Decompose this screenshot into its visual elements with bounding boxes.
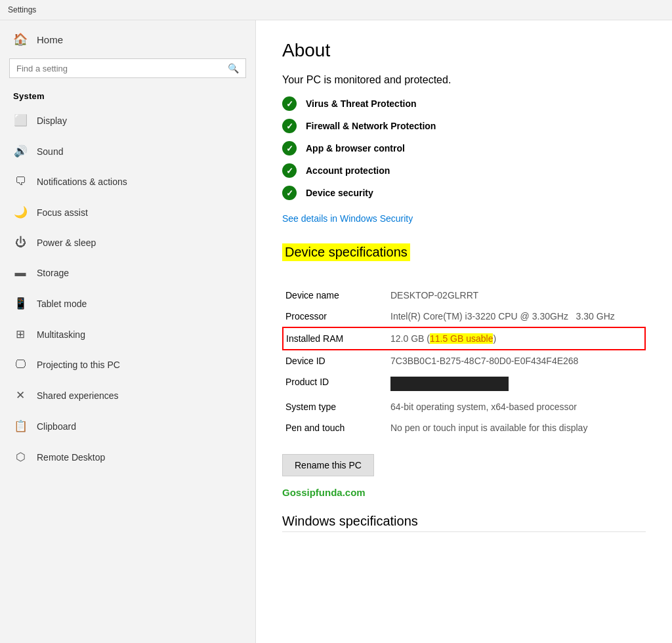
page-title: About: [282, 40, 646, 61]
sidebar-item-clipboard[interactable]: 📋 Clipboard: [0, 411, 255, 442]
shared-icon: ✕: [13, 388, 28, 402]
sidebar-home-label: Home: [37, 34, 63, 45]
search-icon: 🔍: [228, 63, 239, 73]
table-row: Pen and touch No pen or touch input is a…: [283, 417, 645, 438]
sidebar-item-label: Remote Desktop: [37, 452, 105, 463]
list-item: Device security: [282, 186, 646, 200]
list-item: Firewall & Network Protection: [282, 119, 646, 133]
sidebar-item-remote[interactable]: ⬡ Remote Desktop: [0, 442, 255, 472]
protection-item-label: Virus & Threat Protection: [306, 98, 417, 109]
focus-icon: 🌙: [13, 205, 28, 219]
protection-list: Virus & Threat Protection Firewall & Net…: [282, 96, 646, 200]
check-icon: [282, 119, 297, 133]
spec-label: Product ID: [283, 371, 388, 396]
sidebar-item-label: Focus assist: [37, 207, 88, 218]
protection-item-label: Device security: [306, 188, 373, 198]
sidebar-item-notifications[interactable]: 🗨 Notifications & actions: [0, 167, 255, 197]
sidebar-item-shared[interactable]: ✕ Shared experiences: [0, 380, 255, 411]
sidebar: 🏠 Home 🔍 System ⬜ Display 🔊 Sound 🗨 Noti…: [0, 20, 256, 643]
spec-value: 64-bit operating system, x64-based proce…: [388, 396, 645, 417]
sidebar-item-label: Clipboard: [37, 421, 76, 432]
check-icon: [282, 96, 297, 111]
sidebar-item-label: Projecting to this PC: [37, 360, 120, 370]
sidebar-item-power[interactable]: ⏻ Power & sleep: [0, 228, 255, 258]
gossip-link[interactable]: Gossipfunda.com: [282, 487, 646, 498]
storage-icon: ▬: [13, 266, 28, 280]
protection-header: Your PC is monitored and protected.: [282, 74, 646, 86]
tablet-icon: 📱: [13, 297, 28, 310]
sidebar-item-label: Display: [37, 115, 67, 126]
table-row: System type 64-bit operating system, x64…: [283, 396, 645, 417]
check-icon: [282, 186, 297, 200]
rename-pc-button[interactable]: Rename this PC: [282, 454, 374, 476]
spec-label: Device ID: [283, 350, 388, 371]
sidebar-item-focus[interactable]: 🌙 Focus assist: [0, 197, 255, 228]
list-item: Virus & Threat Protection: [282, 96, 646, 111]
specs-table: Device name DESKTOP-02GLRRT Processor In…: [282, 285, 646, 438]
display-icon: ⬜: [13, 114, 28, 127]
spec-value: Intel(R) Core(TM) i3-3220 CPU @ 3.30GHz …: [388, 306, 645, 327]
sidebar-item-storage[interactable]: ▬ Storage: [0, 258, 255, 288]
sidebar-item-label: Multitasking: [37, 329, 85, 340]
search-box[interactable]: 🔍: [9, 58, 246, 78]
notifications-icon: 🗨: [13, 175, 28, 188]
remote-icon: ⬡: [13, 450, 28, 464]
clipboard-icon: 📋: [13, 419, 28, 433]
power-icon: ⏻: [13, 236, 28, 249]
device-specs-title: Device specifications: [282, 243, 410, 261]
protection-item-label: App & browser control: [306, 143, 405, 154]
sidebar-section-title: System: [0, 85, 255, 105]
spec-value: 7C3BB0C1-B275-48C7-80D0-E0F434F4E268: [388, 350, 645, 371]
table-row: Device name DESKTOP-02GLRRT: [283, 285, 645, 306]
table-row: Processor Intel(R) Core(TM) i3-3220 CPU …: [283, 306, 645, 327]
sidebar-item-label: Power & sleep: [37, 238, 96, 248]
product-id-redacted: [390, 377, 509, 391]
spec-value: [388, 371, 645, 396]
sidebar-item-label: Storage: [37, 268, 69, 278]
spec-value: 12.0 GB (11.5 GB usable): [388, 327, 645, 350]
spec-label: Device name: [283, 285, 388, 306]
protection-item-label: Firewall & Network Protection: [306, 121, 436, 131]
sidebar-item-label: Tablet mode: [37, 299, 87, 309]
sidebar-item-label: Shared experiences: [37, 390, 119, 401]
title-bar: Settings: [0, 0, 672, 20]
spec-value: No pen or touch input is available for t…: [388, 417, 645, 438]
sidebar-item-multitasking[interactable]: ⊞ Multitasking: [0, 319, 255, 350]
table-row-installed-ram: Installed RAM 12.0 GB (11.5 GB usable): [283, 327, 645, 350]
multitasking-icon: ⊞: [13, 327, 28, 341]
table-row: Product ID: [283, 371, 645, 396]
home-icon: 🏠: [13, 32, 28, 47]
spec-label: Installed RAM: [283, 327, 388, 350]
spec-label: System type: [283, 396, 388, 417]
sidebar-item-sound[interactable]: 🔊 Sound: [0, 136, 255, 167]
spec-value: DESKTOP-02GLRRT: [388, 285, 645, 306]
table-row: Device ID 7C3BB0C1-B275-48C7-80D0-E0F434…: [283, 350, 645, 371]
spec-label: Pen and touch: [283, 417, 388, 438]
list-item: App & browser control: [282, 141, 646, 156]
check-icon: [282, 163, 297, 178]
sidebar-item-display[interactable]: ⬜ Display: [0, 105, 255, 136]
sidebar-item-tablet[interactable]: 📱 Tablet mode: [0, 288, 255, 319]
list-item: Account protection: [282, 163, 646, 178]
sidebar-item-label: Notifications & actions: [37, 176, 127, 187]
sidebar-home-button[interactable]: 🏠 Home: [0, 20, 255, 58]
main-content: About Your PC is monitored and protected…: [256, 20, 672, 643]
protection-item-label: Account protection: [306, 165, 390, 176]
windows-specs-title: Windows specifications: [282, 514, 646, 529]
sidebar-item-label: Sound: [37, 146, 63, 157]
search-input[interactable]: [16, 64, 228, 73]
ram-highlight: 11.5 GB usable: [430, 333, 494, 344]
check-icon: [282, 141, 297, 156]
sidebar-item-projecting[interactable]: 🖵 Projecting to this PC: [0, 350, 255, 380]
divider: [282, 531, 646, 532]
app-title: Settings: [8, 5, 36, 14]
spec-label: Processor: [283, 306, 388, 327]
sound-icon: 🔊: [13, 144, 28, 158]
see-details-link[interactable]: See details in Windows Security: [282, 213, 646, 224]
projecting-icon: 🖵: [13, 358, 28, 371]
